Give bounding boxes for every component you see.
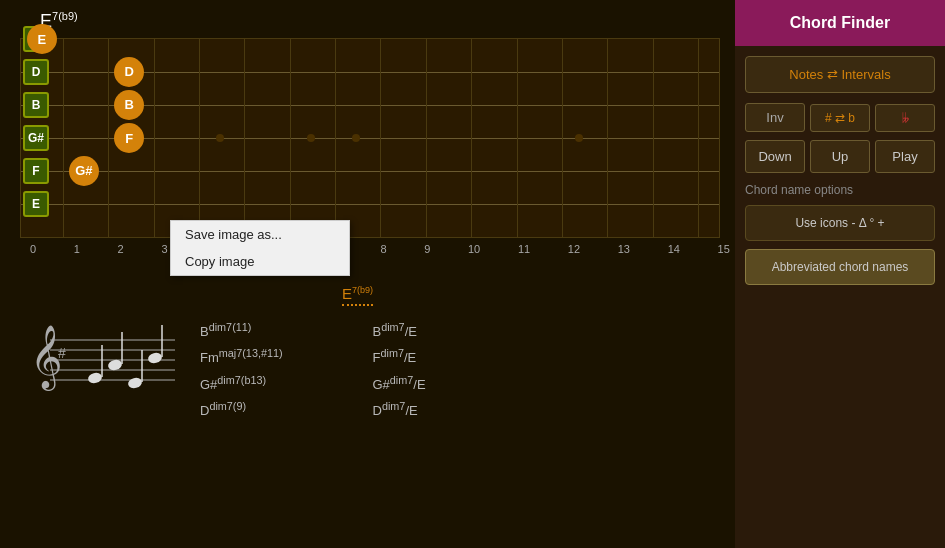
- fret-num-10: 10: [468, 243, 480, 255]
- svg-text:#: #: [58, 345, 66, 361]
- chord-item[interactable]: Fdim7/E: [373, 347, 516, 365]
- fret-dot: [307, 134, 315, 142]
- fretboard-container: E D B G# F E E D F B G#: [20, 38, 720, 238]
- string-label-b: B: [23, 92, 49, 118]
- note-b[interactable]: B: [114, 90, 144, 120]
- fret-num-1: 1: [74, 243, 80, 255]
- string-label-f: F: [23, 158, 49, 184]
- chord-name-options-label: Chord name options: [745, 183, 935, 197]
- chord-item[interactable]: Ddim7(9): [200, 400, 343, 418]
- svg-point-9: [127, 376, 143, 389]
- string-5: [21, 204, 719, 205]
- abbreviated-chord-names-button[interactable]: Abbreviated chord names: [745, 249, 935, 285]
- fret-num-3: 3: [161, 243, 167, 255]
- string-label-d: D: [23, 59, 49, 85]
- fret-1: [63, 39, 64, 237]
- fret-num-13: 13: [618, 243, 630, 255]
- chord-item[interactable]: Fmmaj7(13,#11): [200, 347, 343, 365]
- fret-11: [517, 39, 518, 237]
- note-e-open[interactable]: E: [27, 24, 57, 54]
- chord-item[interactable]: Bdim7/E: [373, 321, 516, 339]
- fret-2: [108, 39, 109, 237]
- fretboard[interactable]: E D B G# F E E D F B G#: [20, 38, 720, 238]
- fret-3: [154, 39, 155, 237]
- notes-intervals-label: Notes ⇄ Intervals: [789, 67, 890, 82]
- fret-num-15: 15: [718, 243, 730, 255]
- inv-button[interactable]: Inv: [745, 103, 805, 132]
- note-gsharp[interactable]: G#: [69, 156, 99, 186]
- svg-point-7: [87, 371, 103, 384]
- chord-lists: E7(b9) Bdim7(11) Bdim7/E Fmmaj7(13,#11) …: [200, 285, 515, 418]
- chord-item[interactable]: Bdim7(11): [200, 321, 343, 339]
- chord-item[interactable]: Ddim7/E: [373, 400, 516, 418]
- bottom-area: 𝄞 # E7(b9: [10, 285, 515, 418]
- chord-title: E7(b9): [40, 10, 725, 32]
- fret-6: [290, 39, 291, 237]
- fret-num-0: 0: [30, 243, 36, 255]
- fret-num-2: 2: [118, 243, 124, 255]
- fret-15: [698, 39, 699, 237]
- left-panel: E7(b9): [0, 0, 735, 548]
- down-button[interactable]: Down: [745, 140, 805, 173]
- right-panel: Chord Finder Notes ⇄ Intervals Inv # ⇄ b…: [735, 0, 945, 548]
- fret-num-11: 11: [518, 243, 530, 255]
- fret-13: [607, 39, 608, 237]
- context-menu: Save image as... Copy image: [170, 220, 350, 276]
- fret-8: [380, 39, 381, 237]
- staff-area: 𝄞 #: [10, 285, 190, 415]
- fret-4: [199, 39, 200, 237]
- sharp-flat-button[interactable]: # ⇄ b: [810, 104, 870, 132]
- save-image-item[interactable]: Save image as...: [171, 221, 349, 248]
- fret-dot: [352, 134, 360, 142]
- fret-dot: [216, 134, 224, 142]
- copy-image-item[interactable]: Copy image: [171, 248, 349, 275]
- selected-chord-display: E7(b9): [342, 285, 373, 306]
- fret-num-8: 8: [380, 243, 386, 255]
- note-f[interactable]: F: [114, 123, 144, 153]
- fret-dot: [575, 134, 583, 142]
- chord-finder-header: Chord Finder: [735, 0, 945, 46]
- up-button[interactable]: Up: [810, 140, 870, 173]
- chord-item[interactable]: G#dim7/E: [373, 374, 516, 392]
- inv-row: Inv # ⇄ b 𝄫: [745, 103, 935, 132]
- fret-12: [562, 39, 563, 237]
- fret-num-12: 12: [568, 243, 580, 255]
- string-label-e-low: E: [23, 191, 49, 217]
- staff-svg: 𝄞 #: [20, 290, 180, 410]
- main-container: E7(b9): [0, 0, 945, 548]
- fret-numbers-row: 0 1 2 3 4 5 6 7 8 9 10 11 12 13 14 15: [30, 243, 730, 255]
- fret-9: [426, 39, 427, 237]
- chord-item[interactable]: G#dim7(b13): [200, 374, 343, 392]
- chord-grid: Bdim7(11) Bdim7/E Fmmaj7(13,#11) Fdim7/E…: [200, 321, 515, 418]
- note-d[interactable]: D: [114, 57, 144, 87]
- fret-10: [471, 39, 472, 237]
- fret-5: [244, 39, 245, 237]
- action-row: Down Up Play: [745, 140, 935, 173]
- string-label-g: G#: [23, 125, 49, 151]
- fret-7: [335, 39, 336, 237]
- string-4: [21, 171, 719, 172]
- fret-14: [653, 39, 654, 237]
- notes-intervals-button[interactable]: Notes ⇄ Intervals: [745, 56, 935, 93]
- svg-point-10: [147, 351, 163, 364]
- play-button[interactable]: Play: [875, 140, 935, 173]
- double-flat-button[interactable]: 𝄫: [875, 104, 935, 132]
- fret-num-9: 9: [424, 243, 430, 255]
- use-icons-button[interactable]: Use icons - Δ ° +: [745, 205, 935, 241]
- fret-num-14: 14: [668, 243, 680, 255]
